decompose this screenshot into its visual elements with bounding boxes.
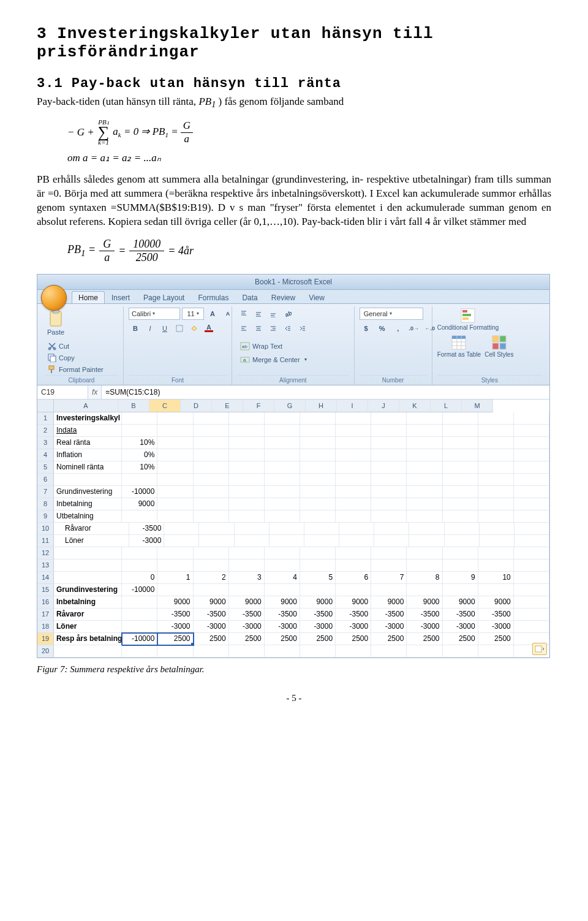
worksheet[interactable]: 1234567891011121314151617181920ABCDEFGHI… xyxy=(37,400,549,658)
cell[interactable] xyxy=(336,510,371,523)
cell[interactable] xyxy=(300,461,336,474)
cell[interactable] xyxy=(514,510,549,523)
cell[interactable]: -3500 xyxy=(194,608,229,621)
cell[interactable] xyxy=(371,547,407,559)
cell[interactable]: 2500 xyxy=(265,633,300,645)
cell[interactable] xyxy=(194,425,229,437)
cell[interactable]: -3500 xyxy=(371,608,407,621)
tab-data[interactable]: Data xyxy=(235,291,264,303)
cell[interactable] xyxy=(407,486,442,498)
cell[interactable]: 2500 xyxy=(194,633,229,645)
cell[interactable] xyxy=(270,535,304,547)
cell[interactable] xyxy=(336,645,371,658)
cell[interactable] xyxy=(371,474,407,486)
row-header[interactable]: 15 xyxy=(37,584,54,596)
cell[interactable] xyxy=(514,486,549,498)
cell[interactable] xyxy=(157,584,193,596)
cell[interactable]: 0% xyxy=(122,449,157,461)
cell[interactable] xyxy=(514,474,549,486)
cell[interactable] xyxy=(157,437,193,449)
cell[interactable]: -3000 xyxy=(336,621,371,633)
cell[interactable] xyxy=(336,547,371,559)
cell[interactable] xyxy=(164,523,199,535)
cell[interactable] xyxy=(199,523,234,535)
cell-styles-button[interactable]: Cell Styles xyxy=(484,335,513,358)
cell[interactable] xyxy=(194,412,229,425)
cell[interactable] xyxy=(194,510,229,523)
row-header[interactable]: 17 xyxy=(37,608,54,621)
cell[interactable] xyxy=(157,474,193,486)
cell[interactable] xyxy=(514,584,549,596)
cell[interactable] xyxy=(157,425,193,437)
format-painter-button[interactable]: Format Painter xyxy=(45,364,107,375)
cell[interactable] xyxy=(235,523,270,535)
cell[interactable] xyxy=(164,535,199,547)
cell[interactable] xyxy=(514,449,549,461)
cell[interactable] xyxy=(122,559,157,572)
row-header[interactable]: 7 xyxy=(37,486,54,498)
cell[interactable] xyxy=(122,412,157,425)
cell[interactable] xyxy=(300,425,336,437)
increase-decimal-button[interactable]: .0→ xyxy=(407,322,421,335)
orientation-button[interactable]: ab xyxy=(281,308,295,320)
autofill-options-icon[interactable] xyxy=(532,643,547,655)
increase-indent-button[interactable] xyxy=(296,322,309,335)
cell[interactable]: Resp års betalningar xyxy=(54,633,122,645)
cell[interactable] xyxy=(304,523,339,535)
column-header[interactable]: C xyxy=(149,400,181,412)
fill-color-button[interactable] xyxy=(187,322,201,335)
cell[interactable]: -3000 xyxy=(265,621,300,633)
align-center-button[interactable] xyxy=(252,322,265,335)
cell[interactable] xyxy=(300,559,336,572)
tab-insert[interactable]: Insert xyxy=(105,291,137,303)
cell[interactable] xyxy=(54,572,122,584)
align-middle-button[interactable] xyxy=(252,308,265,320)
cell[interactable] xyxy=(514,523,549,535)
cell[interactable] xyxy=(122,474,157,486)
cell[interactable] xyxy=(514,559,549,572)
column-header[interactable]: F xyxy=(243,400,274,412)
align-top-button[interactable] xyxy=(237,308,251,320)
cell[interactable] xyxy=(371,412,407,425)
cell[interactable] xyxy=(371,449,407,461)
cell[interactable] xyxy=(407,449,442,461)
cell[interactable]: 3 xyxy=(229,572,265,584)
column-header[interactable]: M xyxy=(462,400,493,412)
tab-home[interactable]: Home xyxy=(72,291,105,303)
cell[interactable] xyxy=(514,572,549,584)
cell[interactable] xyxy=(265,584,300,596)
cell[interactable] xyxy=(407,474,442,486)
cell[interactable] xyxy=(265,461,300,474)
cell[interactable] xyxy=(265,412,300,425)
cell[interactable] xyxy=(407,559,442,572)
cell[interactable] xyxy=(443,461,478,474)
cell[interactable] xyxy=(445,535,480,547)
merge-center-button[interactable]: a Merge & Center xyxy=(237,354,310,365)
cell[interactable]: -3000 xyxy=(300,621,336,633)
cell[interactable] xyxy=(54,559,122,572)
row-header[interactable]: 6 xyxy=(37,474,54,486)
cell[interactable]: 2500 xyxy=(157,633,193,645)
formula-input[interactable]: =SUM(C15:C18) xyxy=(101,385,549,399)
office-button[interactable] xyxy=(41,285,67,311)
bold-button[interactable]: B xyxy=(129,322,142,335)
cell[interactable]: Investeringskalkyl xyxy=(54,412,122,425)
row-header[interactable]: 5 xyxy=(37,461,54,474)
conditional-formatting-button[interactable]: Conditional Formatting xyxy=(437,308,499,331)
cell[interactable] xyxy=(407,461,442,474)
row-header[interactable]: 14 xyxy=(37,572,54,584)
cell[interactable] xyxy=(514,412,549,425)
cell[interactable]: 9000 xyxy=(122,498,157,510)
cell[interactable] xyxy=(443,559,478,572)
cell[interactable]: -3500 xyxy=(229,608,265,621)
cell[interactable]: -3000 xyxy=(157,621,193,633)
cell[interactable] xyxy=(229,498,265,510)
cell[interactable] xyxy=(374,523,409,535)
cell[interactable] xyxy=(371,510,407,523)
cell[interactable] xyxy=(336,474,371,486)
cell[interactable] xyxy=(300,547,336,559)
cell[interactable]: Indata xyxy=(54,425,122,437)
cell[interactable] xyxy=(229,474,265,486)
cell[interactable]: -3000 xyxy=(194,621,229,633)
cell[interactable] xyxy=(480,523,514,535)
